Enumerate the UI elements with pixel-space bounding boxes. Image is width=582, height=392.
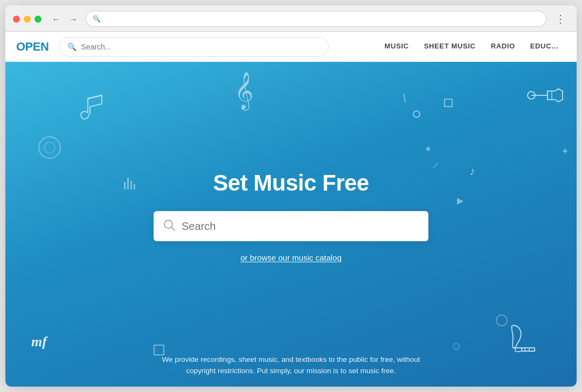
hero-search-input[interactable] [182,220,419,233]
nav-education[interactable]: EDUC... [523,32,566,62]
deco-smiley: ☺ [451,339,462,353]
svg-line-10 [171,227,175,230]
nav-music[interactable]: MUSIC [377,32,416,62]
music-note-icon [78,89,108,124]
nav-sheet-music[interactable]: SHEET MUSIC [417,32,483,62]
browser-chrome: ← → 🔍 ⋮ [5,5,577,32]
hero-description: We provide recordings, sheet music, and … [148,354,434,377]
search-icon: 🔍 [93,15,101,23]
deco-ring-icon [37,135,63,160]
deco-eighth-note: ♪ [469,164,475,178]
site-nav: MUSIC SHEET MUSIC RADIO EDUC... [377,32,566,62]
deco-circle [413,110,420,118]
svg-point-5 [44,142,55,153]
trumpet-icon [527,83,566,107]
deco-slash: / [400,92,410,106]
deco-play: ▶ [457,195,463,206]
deco-square [444,99,453,107]
maximize-button[interactable] [34,16,41,23]
close-button[interactable] [13,16,20,23]
site-search-input[interactable] [81,43,321,51]
mf-logo: mf [31,334,47,350]
nav-buttons: ← → [49,12,80,26]
traffic-lights [13,16,41,23]
back-button[interactable]: ← [49,12,63,26]
svg-point-4 [39,137,60,158]
deco-slash2: / [431,160,439,172]
site-header: OPEN 🔍 MUSIC SHEET MUSIC RADIO EDUC... [5,32,577,62]
deco-equalizer [124,178,135,190]
hero-section: 𝄞 / ♪ ▶ [5,62,577,387]
hero-search-icon [163,219,175,234]
hero-title: Set Music Free [213,170,369,196]
deco-star: ✦ [561,145,569,157]
svg-line-0 [88,95,102,99]
logo-text: OPEN [16,40,48,53]
minimize-button[interactable] [24,16,31,23]
search-icon: 🔍 [67,43,77,51]
site-logo[interactable]: OPEN [16,40,48,54]
site-search-bar[interactable]: 🔍 [59,37,329,57]
address-bar[interactable]: 🔍 [86,11,546,27]
browse-catalog-link[interactable]: or browse our music catalog [240,253,342,262]
hero-search-bar[interactable] [154,211,428,241]
deco-dot [426,147,430,151]
browser-window: ← → 🔍 ⋮ OPEN 🔍 MUSIC SHEET MUSIC RADIO [5,5,577,387]
piano-icon [501,323,544,354]
more-options-button[interactable]: ⋮ [552,11,569,26]
treble-clef-icon: 𝄞 [234,72,253,109]
nav-radio[interactable]: RADIO [483,32,523,62]
deco-circle2 [496,314,508,326]
forward-button[interactable]: → [66,12,80,26]
